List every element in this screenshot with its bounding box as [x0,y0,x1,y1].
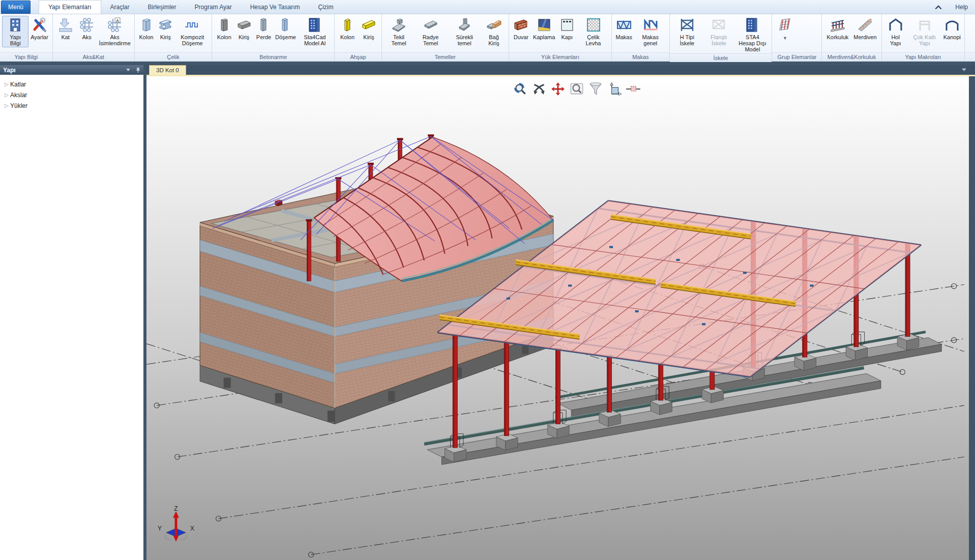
ribbon: Yapı BilgiAyarlarYapı BilgiKatAksAAks İs… [0,14,975,62]
scene-container[interactable]: Z Y X [146,76,975,560]
ribbon-button-label: Duvar [514,34,528,40]
perde-icon [256,17,272,33]
ribbon-button-kat[interactable]: Kat [55,16,76,41]
tab-yap-elemanlar[interactable]: Yapı Elemanları [39,0,101,14]
help-link[interactable]: Help [955,4,968,11]
ribbon-button-label: Perde [256,34,271,40]
viewport-tab-3d-kot-0[interactable]: 3D Kot 0 [149,65,186,75]
ribbon-button-duvar[interactable]: Duvar [511,16,531,41]
collapse-ribbon-icon[interactable] [935,5,942,10]
ribbon-button-label: Kanopi [943,34,961,40]
expand-arrow-icon[interactable]: ▷ [3,81,10,87]
ribbon-button-yap-bilgi[interactable]: Yapı Bilgi [2,16,28,47]
menu-button[interactable]: Menü [1,1,31,14]
ribbon-button-grup-elemanlar[interactable]: ▼ [774,16,795,42]
kapi-icon [559,17,575,33]
ribbon-group-ah-ap: KolonKirişAhşap [335,14,382,61]
ribbon-group-label: Çelik [135,52,212,61]
ribbon-button-label: Çok Katlı Yapı [910,34,939,46]
ribbon-spacer [965,14,975,61]
project-tree: ▷Katlar▷Akslar▷Yükler [0,75,143,560]
section-element-icon[interactable] [625,80,642,98]
tab-ara-lar[interactable]: Araçlar [101,0,139,14]
filter-icon[interactable] [587,80,604,98]
aks-icon [79,17,95,33]
ribbon-button-korkuluk[interactable]: Korkuluk [824,16,851,41]
tree-item-katlar[interactable]: ▷Katlar [3,79,143,90]
right-panel-edge[interactable] [969,76,975,560]
ribbon-button-ok-katl-yap[interactable]: Çok Katlı Yapı [907,16,942,47]
dropdown-arrow-icon[interactable]: ▼ [783,36,787,41]
grup-elemanlar-icon [777,17,793,33]
ribbon-button-kap[interactable]: Kapı [557,16,577,41]
kat-icon [57,17,74,33]
ribbon-button-tekil-temel[interactable]: Tekil Temel [384,16,413,47]
ribbon-button-perde[interactable]: Perde [254,16,274,41]
rotate-view-icon[interactable] [530,80,548,98]
ribbon-button-elik-levha[interactable]: Çelik Levha [577,16,610,47]
ribbon-button-label: Merdiven [853,34,876,40]
tree-item-label: Katlar [10,81,26,88]
ribbon-button-kolon[interactable]: Kolon [337,16,358,41]
ribbon-button-ba-kiri[interactable]: Bağ Kiriş [481,16,506,47]
ribbon-button-flan-l-i-skele[interactable]: Flanşlı İskele [702,16,735,47]
tree-item-akslar[interactable]: ▷Akslar [3,90,143,100]
conc-kiris-icon [236,17,252,33]
viewport-tab-list-icon[interactable] [961,68,967,72]
zoom-dynamic-icon[interactable] [512,80,529,98]
ribbon-button-label: Kiriş [239,34,249,40]
pin-icon[interactable] [136,67,140,73]
tab-program-ayar[interactable]: Program Ayar [186,0,241,14]
tree-item-y-kler[interactable]: ▷Yükler [3,100,143,111]
scene-3d[interactable] [146,76,975,560]
ribbon-group-label: Grup Elemanlar [772,52,821,61]
ribbon-button-label: Kompozit Döşeme [178,34,207,46]
ribbon-button-kompozit-d-eme[interactable]: Kompozit Döşeme [175,16,210,47]
korkuluk-icon [830,17,846,33]
zoom-window-icon[interactable] [568,80,585,98]
ribbon-button-makas-genel[interactable]: Makas genel [634,16,667,47]
ribbon-button-kiri[interactable]: Kiriş [234,16,254,41]
viewport: 3D Kot 0 [146,65,975,560]
pan-icon[interactable] [549,80,567,98]
ribbon-button-sta4cad-model-al[interactable]: Sta4Cad Model Al [298,16,332,47]
tree-item-label: Yükler [10,102,27,109]
ribbon-button-kolon[interactable]: Kolon [214,16,234,41]
ribbon-group-y-k-elemanlar: DuvarKaplamaKapıÇelik LevhaYük Elemanlar… [509,14,612,61]
project-tree-header: Yapı [0,65,143,75]
expand-arrow-icon[interactable]: ▷ [3,92,10,98]
merdiven-icon [857,17,873,33]
panel-dropdown-icon[interactable] [126,68,131,72]
ribbon-button-hol-yap[interactable]: Hol Yapı [884,16,907,47]
ribbon-button-sta4-hesap-d-model[interactable]: STA4 Hesap Dışı Model [735,16,770,53]
ribbon-button-kaplama[interactable]: Kaplama [531,16,556,41]
ribbon-button-aks[interactable]: Aks [76,16,98,41]
ribbon-button-kanopi[interactable]: Kanopi [942,16,962,41]
tab-hesap-ve-tasar-m[interactable]: Hesap Ve Tasarım [241,0,309,14]
ribbon-button-s-rekli-temel[interactable]: Sürekli temel [448,16,481,47]
ribbon-button-aks-i-simlendirme[interactable]: AAks İsimlendirme [98,16,132,47]
ribbon-group-label: Ahşap [335,52,381,61]
conc-kolon-icon [216,17,232,33]
ucs-plane-icon[interactable] [606,80,623,98]
ribbon-group-elik: KolonKirişKompozit DöşemeÇelik [135,14,213,61]
ribbon-button-makas[interactable]: Makas [614,16,634,41]
ribbon-button-kolon[interactable]: Kolon [137,16,156,41]
kanopi-icon [944,17,960,33]
ribbon-button-d-eme[interactable]: Döşeme [274,16,298,41]
ribbon-group-yap-bilgi: Yapı BilgiAyarlarYapı Bilgi [0,14,53,61]
ribbon-button-radye-temel[interactable]: Radye Temel [413,16,448,47]
ribbon-button-label: Kiriş [160,34,171,40]
ribbon-group-label: Aks&Kat [53,52,134,61]
wood-kolon-icon [339,17,356,33]
tab-izim[interactable]: Çizim [309,0,343,14]
radye-icon [423,17,439,33]
expand-arrow-icon[interactable]: ▷ [3,103,10,108]
ribbon-button-kiri[interactable]: Kiriş [156,16,175,41]
ribbon-button-ayarlar[interactable]: Ayarlar [28,16,50,41]
tab-birle-imler[interactable]: Birleşimler [139,0,186,14]
ribbon-button-merdiven[interactable]: Merdiven [851,16,879,41]
ribbon-group-aks-kat: KatAksAAks İsimlendirmeAks&Kat [53,14,135,61]
ribbon-button-kiri[interactable]: Kiriş [358,16,379,41]
ribbon-button-h-tipi-i-skele[interactable]: H Tipi İskele [672,16,703,47]
